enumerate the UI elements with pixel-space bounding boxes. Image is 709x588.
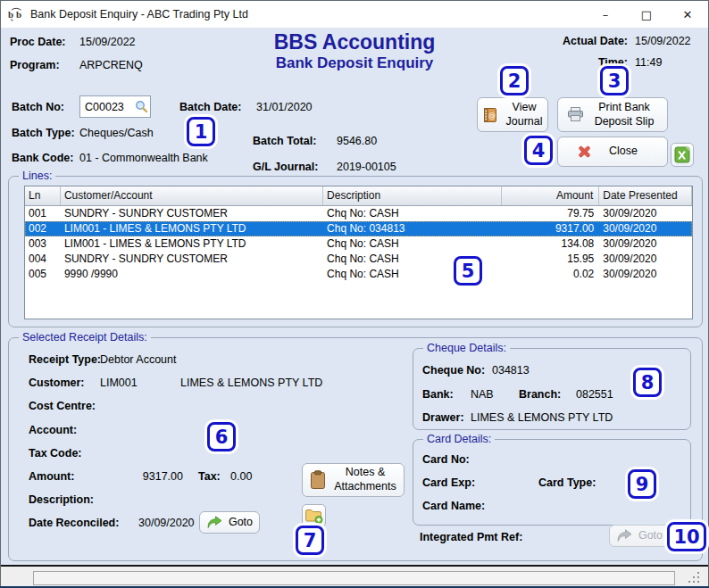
clipboard-icon bbox=[309, 470, 327, 490]
goto-integrated-button[interactable]: Goto bbox=[609, 525, 670, 547]
cell-customer: LIM001 - LIMES & LEMONS PTY LTD bbox=[61, 221, 323, 236]
col-description: Description bbox=[323, 186, 501, 205]
col-date-presented: Date Presented bbox=[599, 186, 692, 205]
cell-amount: 9317.00 bbox=[502, 221, 600, 236]
integrated-pmt-ref-label: Integrated Pmt Ref: bbox=[420, 531, 522, 543]
batch-no-field[interactable] bbox=[79, 95, 151, 118]
branch-label: Branch: bbox=[519, 388, 561, 401]
status-message-field bbox=[33, 571, 675, 585]
callout-3: 3 bbox=[600, 66, 629, 95]
svg-text:b: b bbox=[16, 9, 21, 20]
proc-date-value: 15/09/2022 bbox=[79, 36, 136, 48]
batch-type-label: Batch Type: bbox=[12, 127, 75, 139]
batch-date-label: Batch Date: bbox=[179, 101, 241, 113]
receipt-type-value: Debtor Account bbox=[100, 353, 176, 366]
callout-10: 10 bbox=[667, 522, 706, 551]
customer-label: Customer: bbox=[29, 377, 85, 389]
search-icon[interactable] bbox=[135, 100, 148, 113]
tax-label: Tax: bbox=[198, 470, 221, 483]
gl-journal-value: 2019-00105 bbox=[337, 161, 396, 173]
table-row[interactable]: 003 LIM001 - LIMES & LEMONS PTY LTD Chq … bbox=[25, 236, 692, 252]
drawer-label: Drawer: bbox=[422, 411, 464, 424]
tax-value: 0.00 bbox=[230, 470, 252, 483]
cell-ln: 001 bbox=[25, 206, 61, 221]
add-attachment-button[interactable] bbox=[302, 504, 326, 527]
table-header: Ln Customer/Account Description Amount D… bbox=[25, 186, 692, 206]
bank-label: Bank: bbox=[422, 388, 454, 401]
print-deposit-slip-button[interactable]: Print Bank Deposit Slip bbox=[557, 97, 668, 132]
bank-code-value: 01 - Commonwealth Bank bbox=[79, 152, 208, 164]
close-button[interactable]: Close bbox=[557, 137, 668, 167]
cell-customer: SUNDRY - SUNDRY CUSTOMER bbox=[61, 252, 323, 267]
batch-no-input[interactable] bbox=[85, 101, 128, 113]
gl-journal-label: G/L Journal: bbox=[253, 161, 318, 173]
goto-reconciled-button[interactable]: Goto bbox=[199, 511, 260, 534]
app-logo-icon: b b s bbox=[8, 7, 24, 21]
cheque-no-label: Cheque No: bbox=[422, 364, 485, 377]
bank-value: NAB bbox=[471, 388, 494, 401]
printer-icon bbox=[567, 107, 584, 122]
cell-amount: 134.08 bbox=[502, 236, 600, 252]
cheque-no-value: 034813 bbox=[492, 364, 530, 377]
cost-centre-label: Cost Centre: bbox=[29, 400, 96, 412]
view-journal-label: View Journal bbox=[505, 101, 544, 128]
batch-type-value: Cheques/Cash bbox=[79, 127, 154, 139]
screen-title: Bank Deposit Enquiry bbox=[276, 54, 434, 72]
proc-date-label: Proc Date: bbox=[10, 36, 66, 48]
resize-grip[interactable] bbox=[697, 572, 699, 574]
table-row[interactable]: 001 SUNDRY - SUNDRY CUSTOMER Chq No: CAS… bbox=[25, 206, 692, 221]
cell-customer: SUNDRY - SUNDRY CUSTOMER bbox=[61, 206, 323, 221]
table-row[interactable]: 005 9990 /9990 Chq No: CASH 0.02 30/09/2… bbox=[25, 267, 692, 282]
card-details-legend: Card Details: bbox=[423, 433, 495, 445]
time-value: 11:49 bbox=[635, 56, 699, 69]
status-bar bbox=[1, 565, 708, 586]
cell-date: 30/09/2020 bbox=[599, 221, 692, 236]
card-no-label: Card No: bbox=[422, 453, 470, 466]
actual-date-label: Actual Date: bbox=[563, 35, 628, 47]
batch-total-value: 9546.80 bbox=[337, 135, 377, 147]
amount-value: 9317.00 bbox=[107, 470, 183, 483]
cell-description: Chq No: 034813 bbox=[323, 221, 501, 236]
amount-label: Amount: bbox=[29, 470, 74, 483]
close-label: Close bbox=[598, 145, 648, 159]
col-customer: Customer/Account bbox=[61, 186, 323, 205]
cell-ln: 003 bbox=[25, 236, 61, 252]
app-window: b b s Bank Deposit Enquiry - ABC Trading… bbox=[0, 0, 709, 586]
goto-label: Goto bbox=[229, 516, 253, 530]
callout-5: 5 bbox=[454, 256, 482, 286]
account-label: Account: bbox=[29, 424, 77, 436]
goto-integrated-label: Goto bbox=[638, 529, 663, 543]
card-exp-label: Card Exp: bbox=[422, 476, 475, 489]
receipt-details-group: Selected Receipt Details: Receipt Type: … bbox=[8, 337, 703, 561]
notes-attachments-label: Notes & Attachments bbox=[333, 466, 397, 493]
minimize-button[interactable]: – bbox=[585, 1, 626, 28]
view-journal-button[interactable]: @ View Journal bbox=[477, 97, 548, 132]
print-deposit-slip-label: Print Bank Deposit Slip bbox=[590, 101, 658, 128]
cell-customer: 9990 /9990 bbox=[61, 267, 323, 282]
window-title: Bank Deposit Enquiry - ABC Trading Pty L… bbox=[30, 8, 248, 21]
export-excel-button[interactable] bbox=[671, 143, 694, 167]
customer-code: LIM001 bbox=[100, 377, 138, 389]
program-value: ARPCRENQ bbox=[79, 59, 143, 71]
app-title: BBS Accounting bbox=[274, 30, 436, 54]
actual-date-value: 15/09/2022 bbox=[635, 35, 699, 47]
table-row[interactable]: 004 SUNDRY - SUNDRY CUSTOMER Chq No: CAS… bbox=[25, 252, 692, 267]
cell-customer: LIM001 - LIMES & LEMONS PTY LTD bbox=[61, 236, 323, 252]
cheque-details-legend: Cheque Details: bbox=[423, 342, 510, 354]
date-time-info: Actual Date: 15/09/2022 Time: 11:49 bbox=[563, 35, 699, 69]
lines-group: Lines: Ln Customer/Account Description A… bbox=[8, 176, 703, 327]
card-name-label: Card Name: bbox=[422, 500, 485, 512]
date-reconciled-label: Date Reconciled: bbox=[29, 517, 119, 529]
description-label: Description: bbox=[29, 493, 94, 506]
maximize-button[interactable]: □ bbox=[626, 1, 667, 28]
cell-amount: 0.02 bbox=[502, 267, 600, 282]
callout-2: 2 bbox=[500, 66, 529, 95]
close-window-button[interactable]: ✕ bbox=[667, 1, 708, 28]
close-x-icon bbox=[577, 145, 592, 159]
receipt-details-legend: Selected Receipt Details: bbox=[19, 331, 151, 344]
notes-attachments-button[interactable]: Notes & Attachments bbox=[302, 463, 405, 497]
card-type-label: Card Type: bbox=[538, 476, 596, 489]
table-row-selected[interactable]: 002 LIM001 - LIMES & LEMONS PTY LTD Chq … bbox=[25, 221, 692, 236]
goto-arrow-icon bbox=[206, 516, 222, 529]
cell-date: 30/09/2020 bbox=[599, 252, 692, 267]
